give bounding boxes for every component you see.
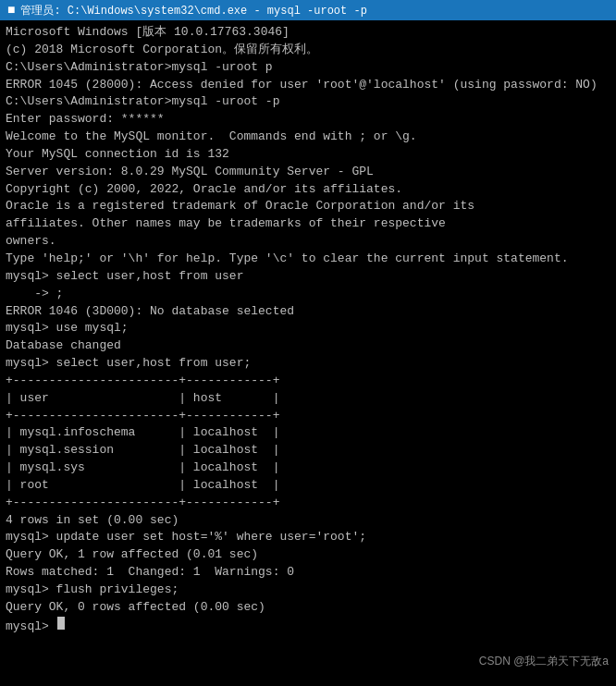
title-bar-text: 管理员: C:\Windows\system32\cmd.exe - mysql… [20, 3, 366, 18]
terminal-line: -> ; [6, 286, 610, 303]
terminal-line: +-----------------------+------------+ [6, 373, 610, 390]
terminal-line: Microsoft Windows [版本 10.0.17763.3046] [6, 24, 610, 42]
terminal-line: Rows matched: 1 Changed: 1 Warnings: 0 [6, 564, 610, 582]
terminal-lines: Microsoft Windows [版本 10.0.17763.3046](c… [6, 24, 610, 636]
terminal-line: owners. [6, 233, 610, 251]
terminal-line: ERROR 1045 (28000): Access denied for us… [6, 77, 610, 94]
terminal-line: Oracle is a registered trademark of Orac… [6, 198, 610, 215]
title-bar: ■ 管理员: C:\Windows\system32\cmd.exe - mys… [0, 0, 616, 20]
terminal-line: Server version: 8.0.29 MySQL Community S… [6, 164, 610, 181]
terminal-line: Your MySQL connection id is 132 [6, 146, 610, 164]
terminal-line: mysql> select user,host from user [6, 268, 610, 286]
terminal-line: 4 rows in set (0.00 sec) [6, 512, 610, 530]
terminal-line: mysql> select user,host from user; [6, 355, 610, 373]
terminal-line: mysql> [6, 617, 610, 636]
terminal-line: C:\Users\Administrator>mysql -uroot -p [6, 93, 610, 111]
cursor [57, 617, 65, 630]
terminal-body[interactable]: Microsoft Windows [版本 10.0.17763.3046](c… [0, 20, 616, 686]
watermark: CSDN @我二弟天下无敌a [479, 654, 609, 669]
terminal-line: C:\Users\Administrator>mysql -uroot p [6, 59, 610, 77]
terminal-line: +-----------------------+------------+ [6, 408, 610, 425]
terminal-line: | user | host | [6, 390, 610, 408]
terminal-line: mysql> flush privileges; [6, 582, 610, 599]
terminal-line: mysql> update user set host='%' where us… [6, 529, 610, 546]
terminal-line: | mysql.session | localhost | [6, 442, 610, 459]
terminal-line: affiliates. Other names may be trademark… [6, 215, 610, 233]
terminal-line: Database changed [6, 337, 610, 355]
terminal-line: Copyright (c) 2000, 2022, Oracle and/or … [6, 181, 610, 199]
terminal-line: (c) 2018 Microsoft Corporation。保留所有权利。 [6, 42, 610, 59]
terminal-line: | root | localhost | [6, 477, 610, 495]
terminal-line: mysql> use mysql; [6, 320, 610, 337]
terminal-line: | mysql.sys | localhost | [6, 459, 610, 477]
terminal-line: Query OK, 0 rows affected (0.00 sec) [6, 599, 610, 617]
terminal-line: Enter password: ****** [6, 111, 610, 129]
terminal-line: | mysql.infoschema | localhost | [6, 424, 610, 442]
terminal-line: Type 'help;' or '\h' for help. Type '\c'… [6, 251, 610, 268]
terminal-line: Query OK, 1 row affected (0.01 sec) [6, 546, 610, 564]
terminal-line: Welcome to the MySQL monitor. Commands e… [6, 129, 610, 146]
terminal-line: ERROR 1046 (3D000): No database selected [6, 303, 610, 321]
title-bar-icon: ■ [7, 3, 15, 18]
terminal-line: +-----------------------+------------+ [6, 495, 610, 512]
